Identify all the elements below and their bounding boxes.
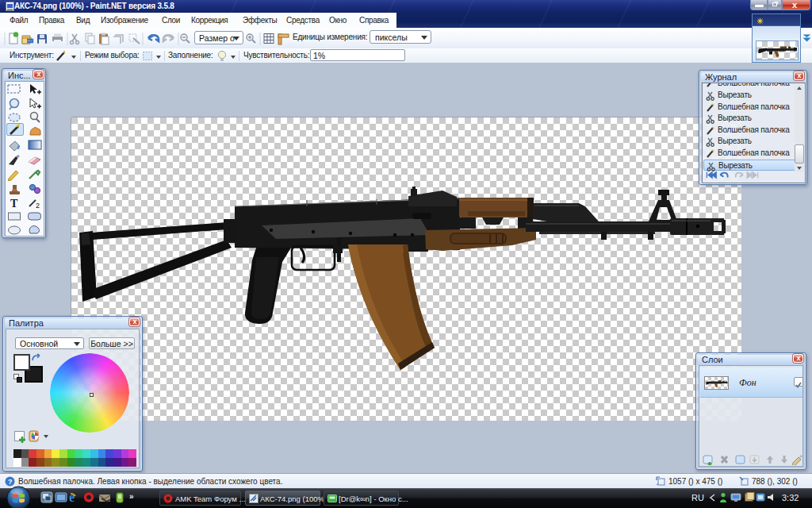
svg-text:2: 2: [36, 202, 40, 210]
svg-text:»: »: [129, 492, 134, 501]
svg-text:T: T: [10, 198, 18, 210]
svg-text:?: ?: [8, 478, 13, 486]
